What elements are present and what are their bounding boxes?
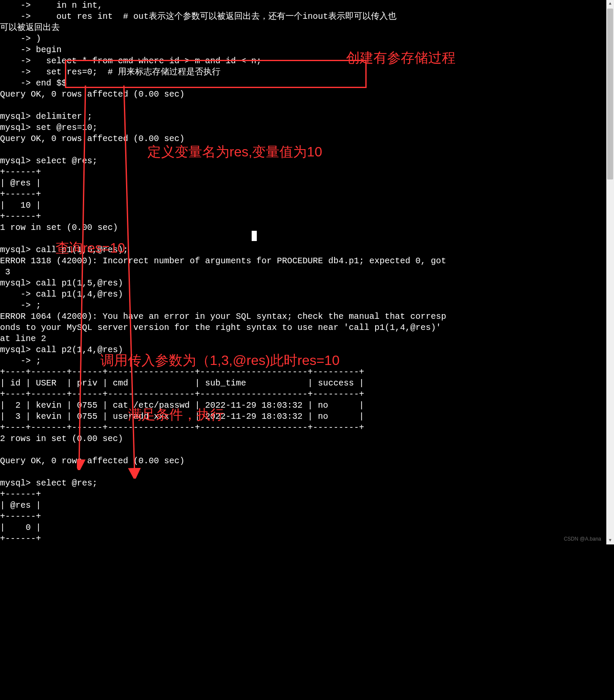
text-cursor [252, 231, 257, 241]
watermark: CSDN @A.bana [564, 536, 601, 543]
scrollbar-vertical[interactable]: ▲ ▼ [606, 0, 614, 544]
scroll-up-icon[interactable]: ▲ [606, 0, 614, 8]
scroll-thumb[interactable] [607, 9, 613, 179]
scroll-down-icon[interactable]: ▼ [606, 537, 614, 544]
terminal-output: -> in n int, -> out res int # out表示这个参数可… [0, 0, 614, 544]
